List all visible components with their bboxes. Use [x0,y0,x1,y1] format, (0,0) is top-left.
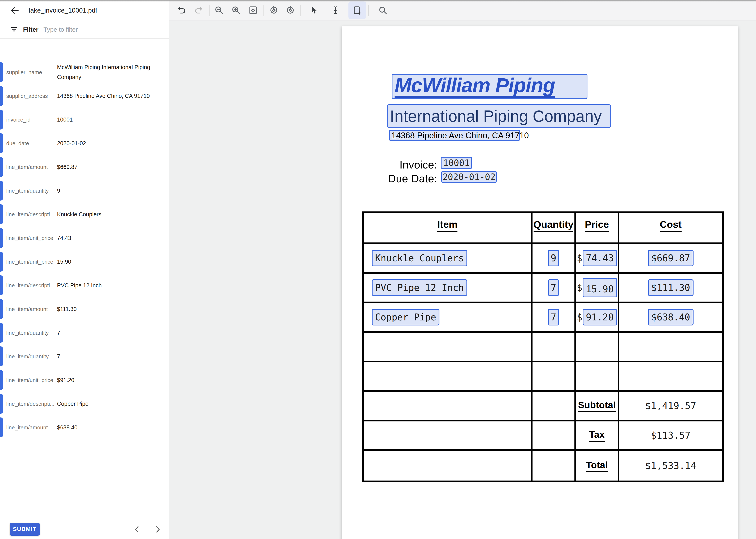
rotate-left-icon[interactable] [266,3,281,18]
add-bounding-box-icon[interactable] [348,1,366,19]
annotation-due-date[interactable]: 2020-01-02 [441,171,497,183]
field-accent-bar [0,181,3,200]
item-cell: PVC Pipe 12 Inch [364,274,533,303]
field-accent-bar [0,204,3,224]
field-row-line-item-description[interactable]: line_item/descripti... PVC Pipe 12 Inch [0,273,169,297]
table-cell-empty [576,333,619,362]
cost-cell: $669.87 [619,244,722,274]
field-accent-bar [0,323,3,343]
annotation-line-item-amount[interactable]: $638.40 [648,309,693,326]
field-row-line-item-quantity[interactable]: line_item/quantity 7 [0,321,169,345]
field-row-line-item-amount[interactable]: line_item/amount $669.87 [0,155,169,179]
field-value: 74.43 [57,233,167,243]
annotation-line-item-unit-price[interactable]: 15.90 [583,278,617,297]
field-row-line-item-unit-price[interactable]: line_item/unit_price 15.90 [0,250,169,273]
invoice-table: Item Quantity Price Cost Knuckle Coupler… [362,211,724,482]
table-cell-empty [533,422,576,451]
annotation-line-item-amount[interactable]: $111.30 [648,279,693,296]
undo-icon[interactable] [174,3,189,18]
field-value: $669.87 [57,162,167,172]
zoom-out-icon[interactable] [211,3,227,18]
toolbar: fake_invoice_10001.pdf [0,0,756,21]
fit-to-width-icon[interactable] [245,3,261,18]
field-row-line-item-quantity[interactable]: line_item/quantity 9 [0,179,169,202]
cost-cell: $111.30 [619,274,722,303]
field-row-line-item-amount[interactable]: line_item/amount $638.40 [0,416,169,439]
invoice-label: Invoice: [373,158,437,171]
previous-page-icon[interactable] [132,524,142,535]
field-row-invoice-id[interactable]: invoice_id 10001 [0,108,169,131]
field-row-line-item-quantity[interactable]: line_item/quantity 7 [0,345,169,368]
table-cell-empty [533,362,576,392]
item-cell: Copper Pipe [364,303,533,333]
field-value: 14368 Pipeline Ave Chino, CA 91710 [57,91,167,101]
total-value-cell: $1,533.14 [619,451,722,481]
tax-value-cell: $113.57 [619,422,722,451]
annotation-invoice-id[interactable]: 10001 [441,157,472,169]
column-header-price: Price [576,213,619,244]
zoom-in-icon[interactable] [228,3,244,18]
filter-input[interactable] [43,26,169,33]
annotation-line-item-amount[interactable]: $669.87 [648,250,693,267]
field-key: line_item/quantity [6,353,56,360]
due-date-label: Due Date: [373,172,437,185]
table-cell-empty [364,451,533,481]
field-row-line-item-unit-price[interactable]: line_item/unit_price 74.43 [0,226,169,250]
field-accent-bar [0,370,3,390]
currency-symbol: $ [577,312,582,323]
annotation-supplier-address[interactable]: 14368 Pipeline Ave Chino, CA 91710 [389,130,520,141]
field-value: 9 [57,186,167,195]
total-label-cell: Total [576,451,619,481]
toolbar-divider [210,5,210,16]
item-cell: Knuckle Couplers [364,244,533,274]
redo-icon[interactable] [191,3,206,18]
field-row-line-item-amount[interactable]: line_item/amount $111.30 [0,297,169,321]
submit-button[interactable]: SUBMIT [10,523,40,536]
field-row-supplier-address[interactable]: supplier_address 14368 Pipeline Ave Chin… [0,84,169,108]
annotation-line-item-description[interactable]: PVC Pipe 12 Inch [372,279,467,296]
field-accent-bar [0,133,3,153]
rotate-right-icon[interactable] [283,3,298,18]
field-key: line_item/quantity [6,187,56,194]
field-key: supplier_address [6,93,56,99]
back-arrow-icon[interactable] [9,5,21,16]
annotation-supplier-name-logo[interactable]: McWilliam Piping [392,74,587,99]
filter-bar: Filter [0,21,169,38]
annotation-supplier-name-line2[interactable]: International Piping Company [387,104,611,128]
field-row-supplier-name[interactable]: supplier_name McWilliam Piping Internati… [0,60,169,84]
supplier-address-text: 14368 Pipeline Ave Chino, CA 91710 [391,131,529,140]
text-select-icon[interactable] [328,3,343,18]
quantity-cell: 7 [533,303,576,333]
pdf-page: McWilliam Piping International Piping Co… [342,27,738,539]
field-row-line-item-unit-price[interactable]: line_item/unit_price $91.20 [0,368,169,392]
field-key: line_item/quantity [6,330,56,336]
annotation-line-item-quantity[interactable]: 7 [548,309,559,326]
annotation-line-item-description[interactable]: Copper Pipe [372,309,440,326]
currency-symbol: $ [577,253,582,264]
table-cell-empty [364,362,533,392]
annotation-line-item-unit-price[interactable]: 74.43 [583,250,617,267]
annotation-line-item-quantity[interactable]: 9 [548,250,559,267]
annotation-line-item-unit-price[interactable]: 91.20 [583,309,617,326]
field-key: line_item/descripti... [6,211,56,217]
next-page-icon[interactable] [152,524,163,535]
document-title: fake_invoice_10001.pdf [29,7,97,14]
search-icon[interactable] [375,3,390,18]
field-list: supplier_name McWilliam Piping Internati… [0,60,169,439]
field-key: line_item/amount [6,424,56,431]
field-accent-bar [0,418,3,437]
field-key: due_date [6,140,56,146]
field-value: 7 [57,328,167,338]
document-viewport[interactable]: McWilliam Piping International Piping Co… [170,21,756,539]
field-row-line-item-description[interactable]: line_item/descripti... Copper Pipe [0,392,169,416]
field-value: 2020-01-02 [57,138,167,148]
select-cursor-icon[interactable] [306,3,322,18]
field-row-line-item-description[interactable]: line_item/descripti... Knuckle Couplers [0,202,169,226]
field-value: $111.30 [57,304,167,314]
field-value: Knuckle Couplers [57,209,167,219]
field-accent-bar [0,157,3,177]
annotation-line-item-quantity[interactable]: 7 [548,279,559,296]
field-accent-bar [0,275,3,295]
annotation-line-item-description[interactable]: Knuckle Couplers [372,250,467,267]
field-row-due-date[interactable]: due_date 2020-01-02 [0,131,169,155]
